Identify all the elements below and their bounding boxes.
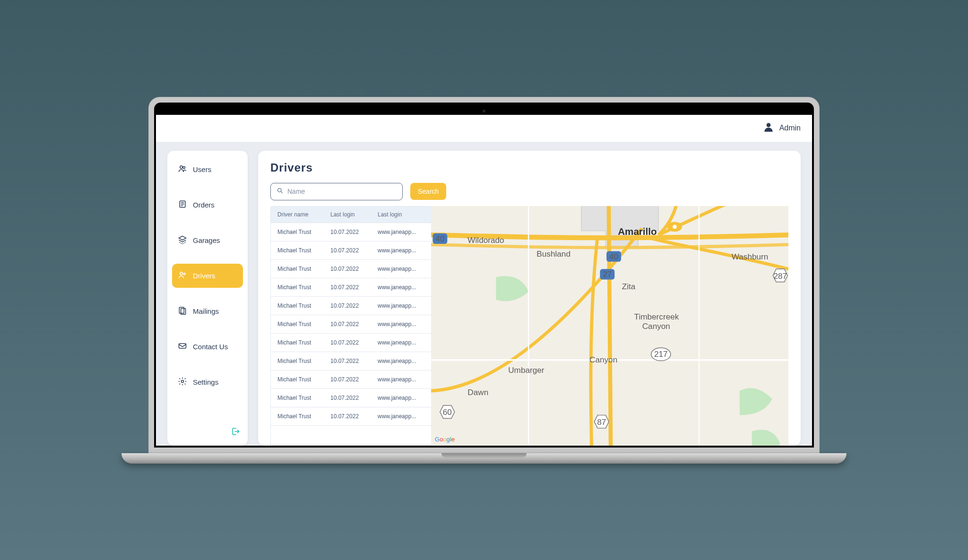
user-menu[interactable]: Admin: [762, 121, 801, 135]
svg-text:40: 40: [609, 251, 618, 261]
route-shield-60-icon: 60: [440, 405, 455, 418]
garages-icon: [178, 235, 187, 246]
svg-point-12: [182, 380, 184, 382]
search-row: Search: [270, 183, 788, 200]
svg-point-13: [278, 188, 282, 192]
search-icon: [277, 187, 284, 196]
search-input[interactable]: [287, 188, 397, 195]
cell-login: 10.07.2022: [330, 358, 378, 364]
table-row[interactable]: Michael Trust10.07.2022www.janeapp...: [271, 315, 431, 334]
laptop-mockup: Admin Users Orders: [148, 97, 820, 464]
table-row[interactable]: Michael Trust10.07.2022www.janeapp...: [271, 407, 431, 426]
gear-icon: [178, 377, 187, 388]
cell-url: www.janeapp...: [378, 339, 424, 346]
search-button[interactable]: Search: [410, 183, 446, 200]
cell-login: 10.07.2022: [330, 229, 378, 235]
sidebar-item-garages[interactable]: Garages: [172, 228, 243, 252]
cell-url: www.janeapp...: [378, 266, 424, 272]
cell-login: 10.07.2022: [330, 413, 378, 420]
route-shield-40-icon: 40: [606, 251, 621, 261]
sidebar-item-label: Users: [193, 165, 211, 173]
envelope-icon: [178, 341, 187, 352]
table-row[interactable]: Michael Trust10.07.2022www.janeapp...: [271, 370, 431, 389]
svg-point-1: [180, 166, 182, 168]
page-title: Drivers: [270, 161, 788, 174]
table-row[interactable]: Michael Trust10.07.2022www.janeapp...: [271, 278, 431, 297]
table-row[interactable]: Michael Trust10.07.2022www.janeapp...: [271, 389, 431, 407]
sidebar-item-settings[interactable]: Settings: [172, 370, 243, 394]
map-pane[interactable]: 40 40 27 136 287 217 60 87 Amarillo: [431, 206, 788, 446]
svg-point-8: [183, 273, 185, 275]
map-attribution: Google: [435, 436, 455, 443]
svg-point-2: [183, 166, 185, 168]
svg-text:87: 87: [597, 417, 606, 427]
svg-rect-11: [179, 344, 186, 348]
sidebar-item-label: Garages: [193, 236, 220, 244]
search-box[interactable]: [270, 183, 403, 200]
app-header: Admin: [156, 115, 812, 142]
sidebar-item-label: Settings: [193, 378, 218, 386]
table-row[interactable]: Michael Trust10.07.2022www.janeapp...: [271, 260, 431, 278]
cell-url: www.janeapp...: [378, 395, 424, 401]
route-shield-87-icon: 87: [594, 415, 609, 428]
cell-login: 10.07.2022: [330, 321, 378, 327]
svg-text:Dawn: Dawn: [467, 387, 488, 396]
svg-line-14: [281, 191, 282, 193]
cell-name: Michael Trust: [277, 284, 330, 291]
svg-text:Umbarger: Umbarger: [508, 365, 544, 375]
table-row[interactable]: Michael Trust10.07.2022www.janeapp...: [271, 334, 431, 352]
cell-url: www.janeapp...: [378, 229, 424, 235]
sidebar-item-label: Drivers: [193, 272, 216, 280]
svg-text:Bushland: Bushland: [536, 249, 570, 258]
svg-text:Canyon: Canyon: [589, 354, 617, 364]
cell-name: Michael Trust: [277, 395, 330, 401]
drivers-icon: [178, 270, 187, 281]
cell-url: www.janeapp...: [378, 376, 424, 383]
svg-text:Wildorado: Wildorado: [467, 235, 504, 245]
cell-login: 10.07.2022: [330, 266, 378, 272]
svg-text:217: 217: [654, 349, 668, 358]
cell-name: Michael Trust: [277, 376, 330, 383]
cell-url: www.janeapp...: [378, 284, 424, 291]
cell-url: www.janeapp...: [378, 358, 424, 364]
svg-point-0: [766, 123, 770, 127]
svg-point-41: [673, 224, 677, 229]
table-row[interactable]: Michael Trust10.07.2022www.janeapp...: [271, 352, 431, 370]
route-shield-287-icon: 287: [773, 269, 787, 282]
cell-name: Michael Trust: [277, 266, 330, 272]
drivers-table: Driver name Last login Last login Michae…: [270, 206, 431, 446]
sidebar-item-label: Orders: [193, 201, 215, 209]
sidebar-item-drivers[interactable]: Drivers: [172, 264, 243, 288]
cell-url: www.janeapp...: [378, 302, 424, 309]
route-shield-27-icon: 27: [600, 269, 614, 279]
logout-icon[interactable]: [231, 427, 240, 438]
cell-login: 10.07.2022: [330, 302, 378, 309]
sidebar-item-users[interactable]: Users: [172, 157, 243, 181]
svg-text:Amarillo: Amarillo: [618, 226, 657, 237]
table-row[interactable]: Michael Trust10.07.2022www.janeapp...: [271, 297, 431, 315]
route-shield-40-icon: 40: [432, 233, 447, 243]
content-row: Driver name Last login Last login Michae…: [270, 206, 788, 446]
route-shield-217-icon: 217: [651, 347, 671, 360]
table-body: Michael Trust10.07.2022www.janeapp...Mic…: [271, 223, 431, 445]
app-viewport: Admin Users Orders: [156, 115, 812, 446]
svg-text:Washburn: Washburn: [732, 251, 769, 261]
orders-icon: [178, 199, 187, 210]
cell-name: Michael Trust: [277, 247, 330, 254]
users-icon: [178, 164, 187, 175]
col-header-login: Last login: [330, 211, 378, 218]
sidebar-item-orders[interactable]: Orders: [172, 193, 243, 217]
cell-login: 10.07.2022: [330, 284, 378, 291]
sidebar-item-mailings[interactable]: Mailings: [172, 299, 243, 323]
cell-url: www.janeapp...: [378, 321, 424, 327]
cell-name: Michael Trust: [277, 229, 330, 235]
cell-url: www.janeapp...: [378, 247, 424, 254]
svg-text:Zita: Zita: [622, 282, 636, 291]
sidebar-item-contact[interactable]: Contact Us: [172, 335, 243, 359]
cell-name: Michael Trust: [277, 302, 330, 309]
table-row[interactable]: Michael Trust10.07.2022www.janeapp...: [271, 223, 431, 241]
col-header-name: Driver name: [277, 211, 330, 218]
table-row[interactable]: Michael Trust10.07.2022www.janeapp...: [271, 241, 431, 260]
sidebar: Users Orders Garages Drivers: [167, 151, 248, 446]
svg-text:40: 40: [435, 233, 444, 243]
